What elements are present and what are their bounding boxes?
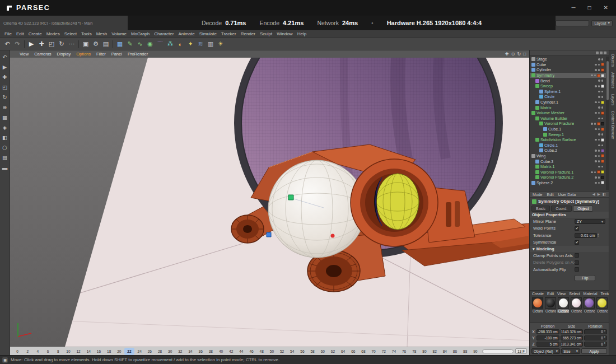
- timeline-frame-number[interactable]: 26: [144, 348, 155, 355]
- timeline-frame-number[interactable]: 16: [94, 348, 104, 355]
- menu-item[interactable]: Window: [274, 31, 295, 36]
- weld-points-checkbox[interactable]: [575, 226, 579, 231]
- material-swatch[interactable]: [571, 297, 582, 309]
- material-item[interactable]: Octane 4: [570, 297, 582, 313]
- tree-row[interactable]: Volume Builder: [530, 116, 609, 122]
- texture-mode-icon[interactable]: ▤: [1, 153, 9, 161]
- orbit-icon[interactable]: ↻: [517, 52, 521, 57]
- material-tag-icon[interactable]: [601, 170, 604, 174]
- timeline-frame-number[interactable]: 82: [430, 348, 440, 355]
- bend-icon[interactable]: ⌒: [155, 39, 165, 49]
- delete-polygons-checkbox[interactable]: [575, 260, 579, 265]
- visibility-dot-icon[interactable]: [595, 128, 597, 130]
- material-swatch[interactable]: [558, 297, 569, 309]
- render-dot-icon[interactable]: [598, 160, 600, 162]
- render-dot-icon[interactable]: [594, 74, 596, 77]
- timeline-frame-number[interactable]: 56: [297, 348, 307, 355]
- material-swatch[interactable]: [545, 297, 556, 309]
- visibility-dot-icon[interactable]: [595, 160, 597, 162]
- tree-row[interactable]: Wing: [530, 153, 609, 159]
- visibility-dot-icon[interactable]: [595, 101, 597, 104]
- current-frame-box[interactable]: 13 F: [515, 348, 527, 354]
- material-tags[interactable]: [601, 138, 604, 142]
- render-dot-icon[interactable]: [598, 112, 600, 114]
- panel-tab[interactable]: Attributes: [611, 72, 615, 88]
- material-tags[interactable]: [601, 111, 604, 115]
- timeline-frame-number[interactable]: 18: [104, 348, 114, 355]
- render-dot-icon[interactable]: [601, 166, 604, 168]
- material-tag-icon[interactable]: [601, 149, 604, 152]
- timeline-frame-number[interactable]: 10: [63, 348, 73, 355]
- tree-row[interactable]: Cylinder.1: [530, 100, 609, 105]
- redo-icon[interactable]: ↷: [12, 39, 22, 49]
- tree-row[interactable]: Cube: [530, 62, 609, 68]
- render-dot-icon[interactable]: [598, 101, 600, 104]
- timeline-frame-number[interactable]: 46: [246, 348, 256, 355]
- material-tag-icon[interactable]: [601, 63, 604, 66]
- material-swatch[interactable]: [596, 297, 608, 309]
- object-flags[interactable]: [591, 170, 604, 174]
- material-tag-icon[interactable]: [601, 74, 604, 77]
- camera-icon[interactable]: ▥: [206, 39, 216, 49]
- timeline-frame-number[interactable]: 34: [185, 348, 195, 355]
- tree-row[interactable]: Symmetry: [530, 73, 609, 78]
- viewport-menu-item[interactable]: Cameras: [31, 52, 54, 57]
- material-item[interactable]: Octane 2: [544, 297, 556, 313]
- object-flags[interactable]: [598, 106, 604, 109]
- material-tags[interactable]: [601, 68, 604, 72]
- render-dot-icon[interactable]: [594, 123, 596, 125]
- axis-icon[interactable]: ⊕: [1, 103, 9, 111]
- material-tags[interactable]: [601, 181, 604, 184]
- render-dot-icon[interactable]: [601, 91, 604, 93]
- object-flags[interactable]: [595, 85, 604, 88]
- scrollbar-thumb[interactable]: [606, 61, 609, 100]
- material-tag-icon[interactable]: [597, 122, 600, 125]
- section-modeling[interactable]: ▾Modeling: [530, 246, 609, 252]
- rotation-field[interactable]: 0 °: [584, 342, 607, 347]
- attribute-menu-item[interactable]: Mode: [533, 193, 543, 197]
- timeline-frame-number[interactable]: 90: [470, 348, 480, 355]
- timeline-frame-number[interactable]: 38: [206, 348, 216, 355]
- tree-row[interactable]: Cube.2: [530, 148, 609, 153]
- timeline-frame-number[interactable]: 28: [155, 348, 165, 355]
- back-icon[interactable]: ◀: [592, 192, 595, 197]
- search-input[interactable]: [556, 20, 589, 26]
- viewport-menu-item[interactable]: View: [17, 52, 31, 57]
- visibility-dot-icon[interactable]: [598, 96, 600, 98]
- zoom-icon[interactable]: ⊙: [511, 52, 515, 57]
- simulate-icon[interactable]: ✦: [185, 39, 195, 49]
- panel-tab[interactable]: Layers: [611, 94, 615, 105]
- size-field[interactable]: 665.273 cm: [561, 335, 584, 340]
- timeline-frame-number[interactable]: 14: [83, 348, 94, 355]
- material-item[interactable]: Octane 3: [557, 297, 569, 313]
- attribute-menu-item[interactable]: Edit: [547, 193, 554, 197]
- material-tag-icon[interactable]: [601, 176, 604, 179]
- subdivision-surface-icon[interactable]: ◉: [145, 39, 155, 49]
- visibility-dot-icon[interactable]: [595, 176, 597, 179]
- viewport-menu-item[interactable]: ProRender: [125, 52, 151, 57]
- tolerance-field[interactable]: 0.01 cm ▴▾: [575, 233, 599, 238]
- object-flags[interactable]: [598, 91, 604, 93]
- timeline-frame-number[interactable]: 8: [53, 348, 63, 355]
- material-menu-item[interactable]: Create: [532, 292, 544, 296]
- render-dot-icon[interactable]: [601, 133, 604, 136]
- material-tag-icon[interactable]: [601, 122, 604, 125]
- timeline-frame-number[interactable]: 72: [379, 348, 389, 355]
- render-dot-icon[interactable]: [598, 150, 600, 152]
- tree-row[interactable]: Sphere.1: [530, 89, 609, 95]
- scale-icon[interactable]: ◰: [1, 83, 9, 91]
- object-flags[interactable]: [591, 122, 604, 125]
- viewport-menu-item[interactable]: Filter: [94, 52, 109, 57]
- spline-icon[interactable]: ∿: [135, 39, 145, 49]
- menu-item[interactable]: Edit: [14, 31, 26, 36]
- object-flags[interactable]: [595, 160, 604, 163]
- move-icon[interactable]: ✚: [1, 73, 9, 81]
- live-selection-icon[interactable]: ▶: [26, 39, 36, 49]
- material-tags[interactable]: [601, 176, 604, 179]
- model-mode-icon[interactable]: ▦: [1, 113, 9, 121]
- timeline-frame-number[interactable]: 78: [409, 348, 419, 355]
- material-tags[interactable]: [597, 122, 604, 125]
- material-tag-icon[interactable]: [597, 74, 600, 77]
- menu-item[interactable]: Tracker: [219, 31, 239, 36]
- material-tag-icon[interactable]: [601, 128, 604, 131]
